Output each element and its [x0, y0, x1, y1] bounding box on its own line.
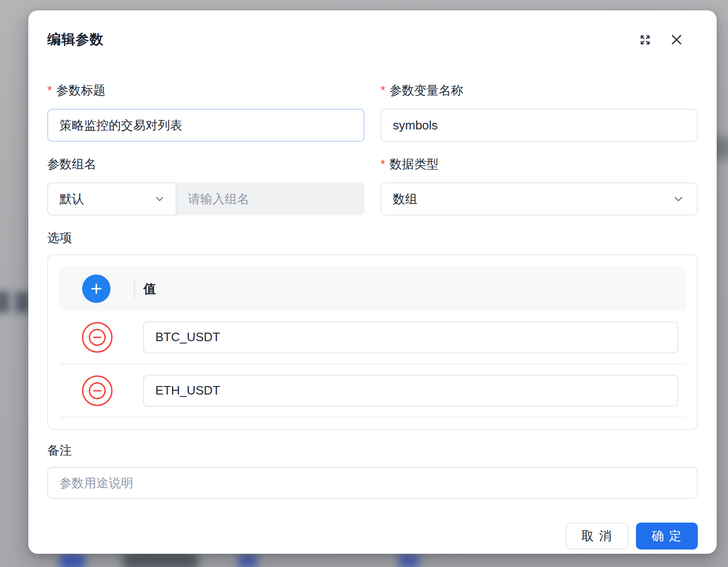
confirm-button[interactable]: 确 定: [636, 523, 698, 550]
param-group-select[interactable]: 默认: [47, 182, 177, 215]
edit-parameter-dialog: 编辑参数: [28, 10, 717, 554]
data-type-label: 数据类型: [389, 157, 439, 171]
close-icon: [669, 33, 684, 47]
required-asterisk: *: [381, 83, 385, 97]
remark-input[interactable]: [47, 467, 698, 499]
param-group-label: 参数组名: [47, 157, 96, 171]
param-variable-label: 参数变量名称: [389, 83, 463, 97]
value-column-header: 值: [144, 281, 156, 297]
background-blob: [59, 554, 85, 567]
param-group-name-input[interactable]: [177, 182, 364, 215]
required-asterisk: *: [47, 83, 52, 97]
background-blob: [398, 554, 419, 567]
option-row: [59, 364, 686, 418]
dialog-footer: 取 消 确 定: [47, 523, 698, 550]
background-blob: [238, 554, 258, 567]
param-title-input[interactable]: [47, 109, 364, 142]
param-variable-input[interactable]: [381, 109, 698, 142]
required-asterisk: *: [381, 157, 385, 171]
dialog-header: 编辑参数: [47, 29, 698, 50]
remove-option-button[interactable]: [81, 375, 113, 407]
option-row: [59, 311, 686, 364]
cancel-button[interactable]: 取 消: [566, 523, 628, 550]
header-divider: [134, 279, 135, 299]
background-blob: [0, 291, 9, 313]
param-group-select-value: 默认: [59, 191, 84, 207]
options-table-header: 值: [59, 266, 686, 311]
param-title-label: 参数标题: [56, 83, 105, 97]
fullscreen-button[interactable]: [639, 34, 652, 46]
minus-circle-icon: [81, 321, 113, 353]
param-group-control: 默认: [47, 182, 364, 215]
add-option-button[interactable]: [82, 275, 110, 303]
chevron-down-icon: [672, 193, 685, 205]
remark-label: 备注: [47, 443, 698, 457]
expand-icon: [639, 34, 652, 46]
data-type-select-value: 数组: [393, 191, 417, 207]
remove-option-button[interactable]: [81, 321, 113, 353]
options-label: 选项: [47, 231, 698, 245]
plus-icon: [89, 282, 103, 296]
close-button[interactable]: [669, 33, 684, 47]
options-table: 值: [47, 254, 698, 430]
dialog-title: 编辑参数: [47, 30, 104, 49]
minus-circle-icon: [81, 375, 113, 407]
option-value-input[interactable]: [143, 321, 678, 353]
data-type-select[interactable]: 数组: [381, 182, 698, 215]
option-value-input[interactable]: [143, 375, 678, 407]
chevron-down-icon: [154, 193, 165, 205]
